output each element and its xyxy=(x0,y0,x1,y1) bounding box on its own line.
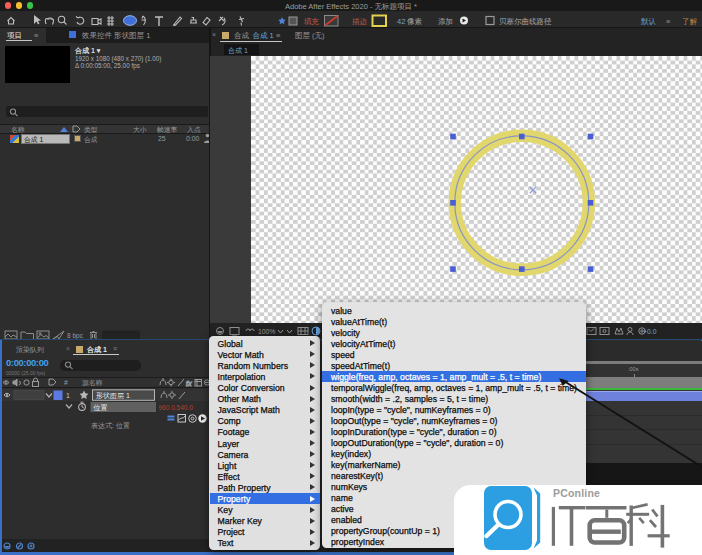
svg-text:100%: 100% xyxy=(258,328,275,335)
svg-text:≡: ≡ xyxy=(666,17,671,26)
svg-text:了解: 了解 xyxy=(682,17,698,26)
svg-text:默认: 默认 xyxy=(640,17,657,26)
svg-text:42: 42 xyxy=(397,17,405,26)
svg-text:表达式: 位置: 表达式: 位置 xyxy=(91,422,130,429)
svg-text:贝塞尔曲线路径: 贝塞尔曲线路径 xyxy=(499,17,552,26)
svg-text:+0.0: +0.0 xyxy=(643,328,657,335)
svg-text:1: 1 xyxy=(66,392,70,399)
svg-text:fx: fx xyxy=(186,380,192,387)
svg-text:描边: 描边 xyxy=(352,17,368,26)
svg-text:添加: 添加 xyxy=(438,17,453,26)
svg-text:形状图层 1: 形状图层 1 xyxy=(96,391,130,399)
svg-text:像素: 像素 xyxy=(407,17,423,26)
svg-text:#: # xyxy=(64,379,68,386)
svg-text:960.0,540.0: 960.0,540.0 xyxy=(159,404,194,411)
svg-text:源名称: 源名称 xyxy=(82,379,103,387)
svg-text:填充: 填充 xyxy=(303,17,320,26)
svg-text:位置: 位置 xyxy=(94,404,108,411)
